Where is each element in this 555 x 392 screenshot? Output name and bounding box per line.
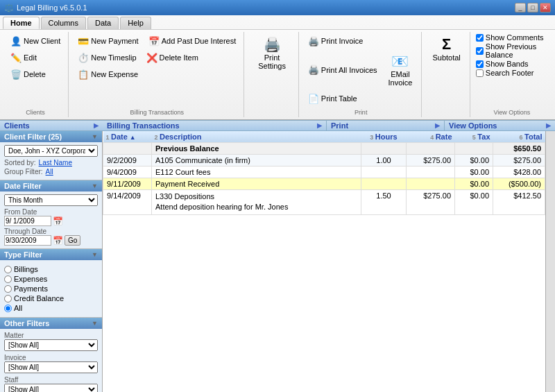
print-invoice-icon: 🖨️: [308, 35, 319, 46]
date-filter-header[interactable]: Date Filter ▼: [0, 180, 102, 191]
print-all-button[interactable]: 🖨️ Print All Invoices: [305, 62, 381, 78]
matter-select[interactable]: [Show All]: [4, 339, 98, 351]
from-date-row: From Date 📅: [4, 208, 98, 226]
client-filter-header[interactable]: Client Filter (25) ▼: [0, 131, 102, 142]
new-payment-button[interactable]: 💳 New Payment: [74, 33, 142, 49]
row3-hours: [361, 178, 407, 190]
table-row[interactable]: Previous Balance $650.50: [103, 143, 545, 155]
close-button[interactable]: ✕: [540, 3, 551, 12]
ribbon: Home Columns Data Help 👤 New Client ✏️ E…: [0, 15, 555, 120]
billings-radio[interactable]: [4, 266, 12, 273]
staff-select[interactable]: [Show All]: [4, 384, 98, 392]
date-range-select[interactable]: This Month: [4, 194, 98, 206]
client-filter-chevron: ▼: [92, 133, 98, 140]
subtotal-button[interactable]: Σ Subtotal: [427, 33, 465, 65]
print-section-icon[interactable]: ▶: [435, 122, 440, 129]
print-settings-button[interactable]: 🖨️ Print Settings: [250, 33, 294, 73]
through-date-inputs: 📅 Go: [4, 235, 98, 246]
tab-help[interactable]: Help: [120, 17, 151, 29]
through-date-input[interactable]: [4, 235, 51, 246]
new-timeslip-icon: ⏱️: [78, 52, 89, 63]
other-filters-header[interactable]: Other Filters ▼: [0, 318, 102, 329]
title-bar-left: ⚖️ Legal Billing v6.5.0.1: [4, 3, 87, 12]
delete-item-icon: ❌: [146, 52, 157, 63]
new-timeslip-button[interactable]: ⏱️ New Timeslip: [74, 50, 139, 65]
col-rate[interactable]: 4 Rate: [407, 131, 455, 143]
col-date-num: 1: [106, 134, 112, 141]
tab-columns[interactable]: Columns: [41, 17, 86, 29]
payments-radio[interactable]: [4, 285, 12, 293]
new-expense-button[interactable]: 📋 New Expense: [74, 67, 142, 82]
email-invoice-button[interactable]: 📧 EMail Invoice: [384, 50, 418, 90]
from-date-icon[interactable]: 📅: [53, 216, 63, 226]
col-hours[interactable]: 3 Hours: [361, 131, 407, 143]
show-bands-checkbox[interactable]: [476, 60, 484, 68]
client-select[interactable]: Doe, John - XYZ Corporation: [4, 145, 98, 157]
delete-item-button[interactable]: ❌ Delete Item: [143, 50, 202, 65]
col-description[interactable]: 2 Description: [152, 131, 361, 143]
show-comments-label: Show Comments: [486, 33, 544, 42]
new-payment-icon: 💳: [78, 35, 89, 46]
title-bar: ⚖️ Legal Billing v6.5.0.1 _ □ ✕: [0, 0, 555, 15]
scrollbar[interactable]: [545, 131, 555, 392]
credit-radio[interactable]: [4, 295, 12, 302]
type-radio-group: Billings Expenses Payments Credit Balanc…: [4, 263, 98, 314]
edit-button[interactable]: ✏️ Edit: [7, 50, 40, 65]
view-section-icon[interactable]: ▶: [546, 122, 551, 129]
expenses-radio[interactable]: [4, 275, 12, 283]
client-filter-title: Client Filter (25): [4, 133, 62, 141]
client-filter-body: Doe, John - XYZ Corporation Sorted by: L…: [0, 142, 102, 180]
table-row[interactable]: 9/11/2009 Payment Received $0.00 ($500.0…: [103, 178, 545, 190]
billing-row1: 💳 New Payment 📅 Add Past Due Interest: [74, 33, 239, 49]
date-filter-body: This Month From Date 📅 Through Date 📅 Go: [0, 191, 102, 248]
row0-tax: [455, 143, 493, 155]
app-icon: ⚖️: [4, 3, 14, 12]
type-filter-header[interactable]: Type Filter ▼: [0, 249, 102, 260]
billing-table-wrapper[interactable]: 1 Date ▲ 2 Description 3 Hours: [103, 131, 545, 392]
view-group-label: View Options: [476, 108, 548, 116]
through-date-icon[interactable]: 📅: [53, 236, 63, 246]
billing-table: 1 Date ▲ 2 Description 3 Hours: [103, 131, 545, 215]
minimize-button[interactable]: _: [515, 3, 526, 12]
invoice-select[interactable]: [Show All]: [4, 361, 98, 373]
show-prev-balance-checkbox[interactable]: [476, 47, 484, 55]
col-rate-label: Rate: [436, 133, 452, 141]
table-row[interactable]: 9/2/2009 A105 Communicate (in firm) 1.00…: [103, 155, 545, 167]
go-button[interactable]: Go: [65, 235, 80, 246]
from-date-input[interactable]: [4, 216, 51, 226]
add-past-due-button[interactable]: 📅 Add Past Due Interest: [145, 33, 240, 49]
tab-home[interactable]: Home: [3, 17, 40, 29]
radio-payments: Payments: [4, 284, 98, 293]
clients-section-icon[interactable]: ▶: [94, 122, 99, 129]
col-date[interactable]: 1 Date ▲: [103, 131, 152, 143]
clients-section-label: Clients: [4, 121, 30, 130]
table-row[interactable]: 9/14/2009 L330 Depositions Attend deposi…: [103, 190, 545, 215]
print-section-label: Print: [331, 121, 348, 130]
print-invoice-button[interactable]: 🖨️ Print Invoice: [305, 33, 367, 49]
show-comments-checkbox[interactable]: [476, 34, 484, 42]
delete-item-label: Delete Item: [160, 53, 198, 62]
col-total[interactable]: 6 Total: [493, 131, 545, 143]
search-footer-checkbox[interactable]: [476, 69, 484, 77]
search-footer-row: Search Footer: [476, 69, 548, 77]
table-row[interactable]: 9/4/2009 E112 Court fees $0.00 $428.00: [103, 167, 545, 178]
new-client-button[interactable]: 👤 New Client: [7, 33, 64, 49]
row3-total: ($500.00): [493, 178, 545, 190]
delete-icon: 🗑️: [10, 69, 22, 80]
matter-label: Matter: [4, 332, 98, 339]
sorted-by-value[interactable]: Last Name: [39, 159, 72, 167]
restore-button[interactable]: □: [527, 3, 538, 12]
billing-row3: 📋 New Expense: [74, 67, 239, 82]
delete-button[interactable]: 🗑️ Delete: [7, 67, 49, 82]
through-date-label: Through Date: [4, 228, 98, 235]
billing-section-icon[interactable]: ▶: [317, 122, 322, 129]
print-table-button[interactable]: 📄 Print Table: [305, 91, 361, 106]
edit-label: Edit: [24, 53, 37, 62]
tab-data[interactable]: Data: [87, 17, 119, 29]
other-filters-chevron: ▼: [92, 320, 98, 327]
section-bars: Clients ▶ Billing Transactions ▶ Print ▶…: [0, 120, 555, 131]
group-filter-value[interactable]: All: [46, 168, 53, 176]
billing-group-label: Billing Transactions: [74, 108, 239, 116]
all-radio[interactable]: [4, 305, 12, 312]
col-tax[interactable]: 5 Tax: [455, 131, 493, 143]
